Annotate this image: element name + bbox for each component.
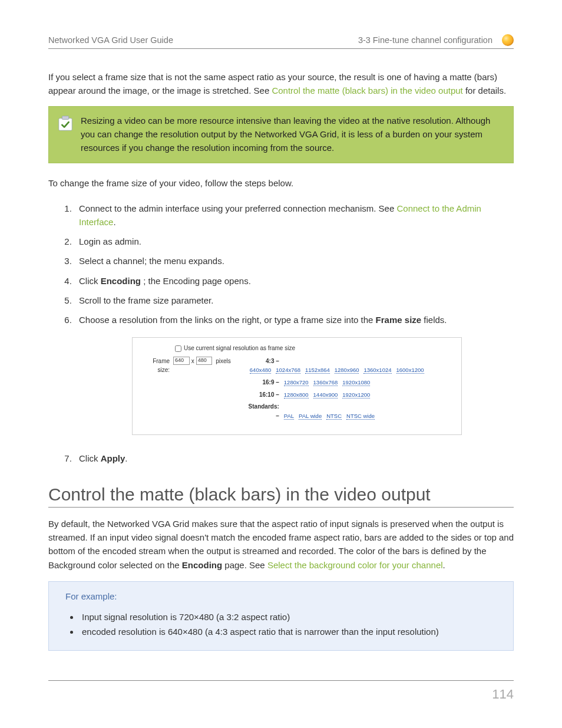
svg-rect-1	[62, 116, 68, 119]
resolution-link[interactable]: 640x480	[250, 367, 271, 374]
resolution-link[interactable]: 1600x1200	[396, 367, 424, 374]
frame-size-label: Frame size:	[140, 357, 173, 375]
resolution-link[interactable]: PAL	[284, 413, 294, 420]
footer-rule	[48, 680, 514, 681]
info-callout: Resizing a video can be more resource in…	[48, 106, 514, 164]
step-1: Connect to the admin interface using you…	[74, 199, 514, 232]
background-color-link[interactable]: Select the background color for your cha…	[267, 560, 443, 570]
step-3: Select a channel; the menu expands.	[74, 251, 514, 271]
resolution-link[interactable]: 1440x900	[313, 391, 338, 398]
example-list: Input signal resolution is 720×480 (a 3:…	[80, 610, 501, 640]
example-box: For example: Input signal resolution is …	[48, 581, 514, 651]
resolution-link[interactable]: 1360x768	[313, 379, 338, 386]
resolution-link[interactable]: NTSC wide	[346, 413, 375, 420]
step-6: Choose a resolution from the links on th…	[74, 310, 514, 449]
resolution-link[interactable]: 1280x720	[284, 379, 309, 386]
width-input[interactable]: 640	[173, 357, 190, 365]
steps-list: Connect to the admin interface using you…	[74, 199, 514, 468]
step-7: Click Apply.	[74, 449, 514, 468]
resolution-row: Standards: –PALPAL wideNTSCNTSC wide	[245, 402, 454, 420]
height-input[interactable]: 480	[196, 357, 213, 365]
page-header: Networked VGA Grid User Guide 3-3 Fine-t…	[48, 34, 514, 49]
matte-link[interactable]: Control the matte (black bars) in the vi…	[272, 85, 462, 95]
header-left: Networked VGA Grid User Guide	[48, 35, 173, 45]
example-title: For example:	[65, 591, 501, 601]
lead-paragraph: To change the frame size of your video, …	[48, 176, 514, 190]
resolution-link[interactable]: 1152x864	[305, 367, 330, 374]
checkmark-note-icon	[55, 114, 76, 155]
page-number: 114	[492, 687, 514, 702]
brand-orb-icon	[502, 34, 514, 46]
resolution-row: 16:9 –1280x7201360x7681920x1080	[245, 378, 454, 387]
resolution-row: 4:3 –640x4801024x7681152x8641280x9601360…	[245, 357, 454, 375]
step-4: Click Encoding ; the Encoding page opens…	[74, 271, 514, 291]
step-2: Login as admin.	[74, 232, 514, 251]
example-item: encoded resolution is 640×480 (a 4:3 asp…	[80, 624, 501, 640]
frame-size-screenshot: Use current signal resolution as frame s…	[132, 337, 462, 434]
section-heading: Control the matte (black bars) in the vi…	[48, 485, 514, 508]
use-current-checkbox[interactable]: Use current signal resolution as frame s…	[175, 344, 295, 353]
section-paragraph: By default, the Networked VGA Grid makes…	[48, 517, 514, 572]
svg-rect-0	[59, 118, 72, 130]
resolution-link[interactable]: PAL wide	[299, 413, 322, 420]
resolution-link[interactable]: 1024x768	[276, 367, 300, 374]
resolution-link[interactable]: 1280x800	[284, 391, 309, 398]
resolution-link[interactable]: 1920x1200	[342, 391, 370, 398]
intro-paragraph: If you select a frame size that is not t…	[48, 70, 514, 98]
resolution-link[interactable]: 1280x960	[335, 367, 359, 374]
resolution-link[interactable]: 1360x1024	[363, 367, 391, 374]
resolution-link[interactable]: 1920x1080	[342, 379, 370, 386]
resolution-row: 16:10 –1280x8001440x9001920x1200	[245, 390, 454, 400]
callout-text: Resizing a video can be more resource in…	[76, 114, 504, 155]
step-5: Scroll to the frame size parameter.	[74, 291, 514, 310]
example-item: Input signal resolution is 720×480 (a 3:…	[80, 610, 501, 625]
resolution-link[interactable]: NTSC	[326, 413, 342, 420]
header-right: 3-3 Fine-tune channel configuration	[358, 35, 492, 45]
